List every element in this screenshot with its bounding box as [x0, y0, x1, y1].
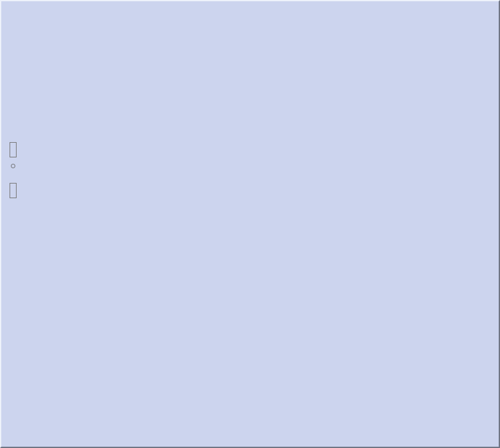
snow-history-panel: [0, 0, 500, 448]
charts-svg: [1, 1, 500, 448]
